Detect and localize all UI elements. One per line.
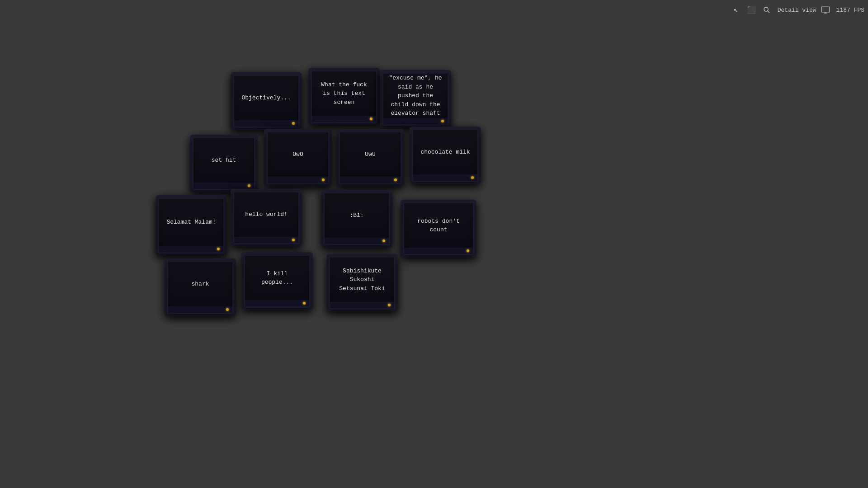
monitor-screen-shark: shark: [168, 262, 232, 306]
monitor-bottom-objectively: [234, 120, 298, 127]
monitor-text-objectively: Objectively...: [241, 94, 291, 103]
svg-line-1: [768, 11, 769, 13]
monitor-bottom-excuse-me: [383, 118, 448, 124]
monitor-wrap-hello-world[interactable]: hello world!: [231, 189, 302, 247]
monitor-card-chocolate-milk: chocolate milk: [412, 129, 479, 182]
monitor-led-b1: [382, 239, 385, 242]
monitor-wrap-shark[interactable]: shark: [165, 258, 236, 316]
monitor-text-excuse-me: "excuse me", he said as he pushed the ch…: [389, 74, 442, 118]
monitor-wrap-excuse-me[interactable]: "excuse me", he said as he pushed the ch…: [380, 70, 451, 128]
monitor-led-set-hit: [248, 184, 250, 187]
monitor-wrap-uwu[interactable]: UwU: [336, 129, 404, 187]
monitor-text-i-kill-people: I kill people...: [261, 269, 293, 287]
monitor-text-robots-dont-count: robots don't count: [417, 217, 460, 235]
monitor-wrap-chocolate-milk[interactable]: chocolate milk: [410, 127, 481, 184]
monitor-text-sabishikute: Sabishikute Sukoshi Setsunai Toki: [339, 267, 385, 293]
monitor-card-b1: :B1:: [323, 192, 390, 245]
monitor-card-owo: OwO: [266, 131, 330, 184]
monitor-wrap-owo[interactable]: OwO: [264, 129, 332, 187]
monitor-screen-selamat-malam: Selamat Malam!: [159, 199, 223, 246]
monitor-bottom-owo: [268, 177, 328, 183]
monitor-card-i-kill-people: I kill people...: [244, 254, 311, 308]
monitor-led-excuse-me: [441, 120, 444, 122]
monitor-screen-excuse-me: "excuse me", he said as he pushed the ch…: [383, 74, 448, 118]
monitor-card-sabishikute: Sabishikute Sukoshi Setsunai Toki: [329, 256, 396, 310]
monitor-wrap-set-hit[interactable]: set hit: [190, 135, 258, 192]
svg-point-0: [764, 7, 768, 11]
monitor-screen-chocolate-milk: chocolate milk: [413, 130, 477, 174]
monitor-led-what-the-fuck: [370, 117, 373, 120]
monitor-text-set-hit: set hit: [212, 156, 236, 165]
monitor-bottom-robots-dont-count: [404, 248, 473, 254]
monitor-led-owo: [322, 178, 325, 181]
monitor-wrap-selamat-malam[interactable]: Selamat Malam!: [156, 195, 227, 256]
monitor-led-sabishikute: [388, 304, 391, 306]
monitor-led-shark: [226, 308, 229, 311]
monitor-bottom-b1: [325, 238, 389, 244]
monitor-wrap-i-kill-people[interactable]: I kill people...: [241, 252, 313, 310]
monitor-card-robots-dont-count: robots don't count: [403, 202, 474, 255]
monitor-led-hello-world: [292, 239, 295, 241]
monitor-card-hello-world: hello world!: [233, 191, 300, 244]
monitor-text-what-the-fuck: What the fuck is this text screen: [321, 80, 367, 107]
monitor-bottom-uwu: [340, 177, 401, 183]
fps-monitor-icon: [819, 4, 832, 16]
monitor-card-excuse-me: "excuse me", he said as he pushed the ch…: [382, 72, 449, 126]
monitor-led-i-kill-people: [303, 302, 306, 305]
monitor-text-selamat-malam: Selamat Malam!: [166, 218, 216, 227]
fps-value: 1187 FPS: [836, 7, 864, 14]
monitor-led-uwu: [394, 178, 397, 181]
monitor-wrap-robots-dont-count[interactable]: robots don't count: [401, 200, 476, 258]
monitor-screen-robots-dont-count: robots don't count: [404, 203, 473, 248]
monitor-bottom-set-hit: [193, 183, 254, 189]
monitor-card-shark: shark: [167, 261, 234, 314]
monitor-wrap-objectively[interactable]: Objectively...: [231, 72, 302, 130]
monitor-bottom-sabishikute: [330, 302, 394, 308]
monitor-text-hello-world: hello world!: [245, 210, 288, 219]
monitor-text-chocolate-milk: chocolate milk: [420, 148, 470, 157]
monitor-bottom-i-kill-people: [245, 300, 309, 306]
monitor-text-shark: shark: [191, 280, 209, 289]
toolbar: ↖ ⬛ Detail view 1187 FPS: [730, 4, 864, 16]
cursor-icon[interactable]: ↖: [730, 4, 742, 16]
monitor-text-b1: :B1:: [349, 211, 363, 220]
monitor-screen-i-kill-people: I kill people...: [245, 256, 309, 300]
detail-view-label[interactable]: Detail view: [778, 7, 816, 14]
monitor-card-what-the-fuck: What the fuck is this text screen: [311, 70, 377, 123]
monitor-bottom-shark: [168, 306, 232, 313]
monitor-card-uwu: UwU: [339, 131, 402, 184]
monitor-bottom-chocolate-milk: [413, 174, 477, 181]
monitor-card-objectively: Objectively...: [233, 75, 300, 128]
monitor-screen-b1: :B1:: [325, 193, 389, 238]
monitor-screen-set-hit: set hit: [193, 138, 254, 183]
search-icon[interactable]: [760, 4, 773, 16]
monitor-icon[interactable]: ⬛: [745, 4, 758, 16]
monitor-wrap-what-the-fuck[interactable]: What the fuck is this text screen: [308, 68, 380, 126]
svg-rect-2: [821, 7, 830, 12]
monitor-text-owo: OwO: [292, 150, 303, 159]
monitor-led-selamat-malam: [217, 248, 220, 250]
monitor-screen-owo: OwO: [268, 132, 328, 177]
monitor-bottom-what-the-fuck: [312, 116, 376, 122]
monitor-led-robots-dont-count: [467, 249, 469, 252]
monitor-screen-what-the-fuck: What the fuck is this text screen: [312, 71, 376, 116]
monitor-screen-uwu: UwU: [340, 132, 401, 177]
monitor-wrap-b1[interactable]: :B1:: [321, 190, 392, 248]
monitor-card-selamat-malam: Selamat Malam!: [158, 197, 225, 253]
monitor-led-objectively: [292, 122, 295, 125]
monitor-screen-hello-world: hello world!: [234, 192, 298, 237]
monitor-wrap-sabishikute[interactable]: Sabishikute Sukoshi Setsunai Toki: [326, 254, 398, 312]
monitor-screen-sabishikute: Sabishikute Sukoshi Setsunai Toki: [330, 258, 394, 302]
monitor-led-chocolate-milk: [471, 176, 474, 179]
monitor-card-set-hit: set hit: [192, 137, 255, 190]
monitor-text-uwu: UwU: [365, 150, 375, 159]
monitor-bottom-hello-world: [234, 237, 298, 243]
monitor-screen-objectively: Objectively...: [234, 76, 298, 120]
monitor-bottom-selamat-malam: [159, 246, 223, 252]
